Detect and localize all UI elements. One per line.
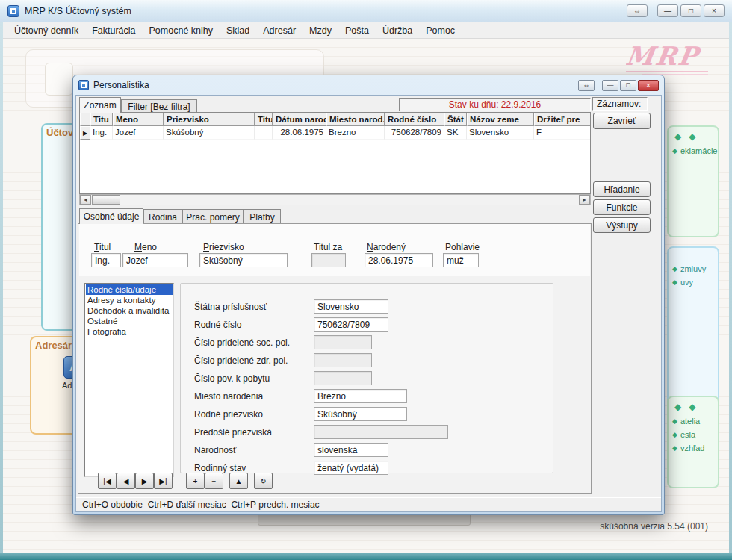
menu-posta[interactable]: Pošta <box>338 23 376 38</box>
category-dochodok[interactable]: Dôchodok a invalidita <box>86 305 173 316</box>
column-header[interactable]: Rodné číslo <box>385 113 444 126</box>
logo-line <box>626 71 708 72</box>
column-header[interactable]: Titu <box>90 113 113 126</box>
titul-input[interactable]: Ing. <box>91 253 121 267</box>
category-adresy-kontakty[interactable]: Adresy a kontakty <box>86 295 173 305</box>
column-header[interactable]: Dátum narod. <box>273 113 326 126</box>
horizontal-scrollbar[interactable]: ◄ ► <box>79 194 591 205</box>
category-fotografia[interactable]: Fotografia <box>86 326 173 337</box>
table-cell: SK <box>444 126 467 140</box>
tab-rodina[interactable]: Rodina <box>143 209 182 224</box>
dialog-detach-button[interactable]: ⇔ <box>578 80 595 91</box>
panel-item[interactable]: ◆atelia <box>669 414 718 427</box>
nav-first-button[interactable]: |◀ <box>98 473 117 489</box>
records-table[interactable]: Titu Meno Priezvisko Titu Dátum narod. M… <box>79 112 591 194</box>
nav-last-button[interactable]: ▶| <box>154 473 173 489</box>
scroll-left-button[interactable]: ◄ <box>80 195 91 205</box>
column-header[interactable]: Názov zeme <box>467 113 534 126</box>
maximize-button[interactable]: □ <box>680 4 701 17</box>
miesto-narodenia-input[interactable]: Brezno <box>314 389 407 403</box>
rodne-cislo-input[interactable]: 750628/7809 <box>314 317 388 332</box>
dialog-title: Personalistika <box>93 80 149 90</box>
column-header[interactable]: Štát <box>444 113 467 126</box>
panel-item[interactable]: ◆eklamácie <box>669 143 718 157</box>
db-navigator: |◀ ◀ ▶ ▶| + − ▲ ↻ <box>98 473 273 489</box>
cislo-soc-label: Číslo pridelené soc. poi. <box>194 337 290 348</box>
category-rodne-cisla[interactable]: Rodné čísla/údaje <box>86 284 173 295</box>
minimize-button[interactable]: — <box>657 4 678 17</box>
dialog-minimize-button[interactable]: — <box>602 80 618 91</box>
scroll-right-button[interactable]: ► <box>579 195 590 205</box>
cislo-soc-input[interactable] <box>314 335 372 349</box>
personalistika-dialog: Personalistika ⇔ — □ × Zoznam Filter [Be… <box>72 75 665 515</box>
diamond-icon: ◆ <box>674 131 681 142</box>
table-cell: Jozef <box>113 126 164 140</box>
cislo-zdr-label: Číslo pridelené zdr. poi. <box>194 355 288 366</box>
column-header[interactable]: Titu <box>255 113 273 126</box>
panel-item[interactable]: ◆vzhľad <box>669 441 718 454</box>
tab-zoznam[interactable]: Zoznam <box>79 97 121 113</box>
detach-window-button[interactable]: ⇔ <box>627 4 648 17</box>
panel-item[interactable]: ◆uvy <box>669 275 718 288</box>
table-cell: Slovensko <box>467 126 534 140</box>
nav-refresh-button[interactable]: ↻ <box>254 473 273 489</box>
menu-udrzba[interactable]: Údržba <box>376 23 419 38</box>
menu-fakturacia[interactable]: Fakturácia <box>85 23 142 38</box>
meno-input[interactable]: Jozef <box>122 253 188 267</box>
funkcie-button[interactable]: Funkcie <box>593 199 651 215</box>
zavriet-button[interactable]: Zavrieť <box>593 113 651 129</box>
narodnost-input[interactable]: slovenská <box>314 443 388 457</box>
menu-mzdy[interactable]: Mzdy <box>303 23 338 38</box>
dialog-close-button[interactable]: × <box>638 80 659 91</box>
column-header[interactable]: Miesto narod. <box>326 113 385 126</box>
dialog-maximize-button[interactable]: □ <box>620 80 636 91</box>
cislo-zdr-input[interactable] <box>314 353 372 367</box>
tab-platby[interactable]: Platby <box>244 209 281 224</box>
close-button[interactable]: × <box>704 4 725 17</box>
app-window: MRP K/S Účtovný systém ⇔ — □ × Účtovný d… <box>0 0 732 560</box>
menu-sklad[interactable]: Sklad <box>220 23 256 38</box>
scrollbar-thumb[interactable] <box>92 195 120 205</box>
tab-filter[interactable]: Filter [Bez filtra] <box>121 99 197 113</box>
table-row[interactable]: ▶ Ing. Jozef Skúšobný 28.06.1975 Brezno … <box>80 126 590 140</box>
nav-insert-button[interactable]: + <box>186 473 205 489</box>
nav-edit-button[interactable]: ▲ <box>229 473 248 489</box>
category-list[interactable]: Rodné čísla/údaje Adresy a kontakty Dôch… <box>84 283 174 477</box>
nav-delete-button[interactable]: − <box>205 473 223 489</box>
column-header[interactable]: Priezvisko <box>164 113 255 126</box>
predosle-priezviska-label: Predošlé priezviská <box>194 427 272 438</box>
vystupy-button[interactable]: Výstupy <box>593 217 651 233</box>
nav-next-button[interactable]: ▶ <box>135 473 154 489</box>
panel-item[interactable]: ◆zmluvy <box>669 261 718 275</box>
narodeny-input[interactable]: 28.06.1975 <box>365 253 433 267</box>
rodinny-stav-input[interactable]: ženatý (vydatá) <box>314 461 388 475</box>
dialog-titlebar[interactable]: Personalistika ⇔ — □ × <box>73 75 664 95</box>
menu-uctovny-dennik[interactable]: Účtovný denník <box>7 23 85 38</box>
menu-pomoc[interactable]: Pomoc <box>419 23 462 38</box>
statna-prislusnost-input[interactable]: Slovensko <box>314 299 388 314</box>
app-icon <box>7 5 19 17</box>
panel-item[interactable]: ◆esla <box>669 427 718 441</box>
column-header[interactable]: Držiteľ pre <box>534 113 591 126</box>
table-cell: 750628/7809 <box>385 126 444 140</box>
right-panel-bottom: ◆◆ ◆atelia ◆esla ◆vzhľad <box>667 396 719 488</box>
predosle-priezviska-input[interactable] <box>314 425 448 439</box>
diamond-icon: ◆ <box>672 431 677 438</box>
priezvisko-input[interactable]: Skúšobný <box>199 253 288 267</box>
table-header-row: Titu Meno Priezvisko Titu Dátum narod. M… <box>80 113 590 126</box>
pohlavie-input[interactable]: muž <box>443 253 479 267</box>
window-titlebar[interactable]: MRP K/S Účtovný systém ⇔ — □ × <box>0 0 732 22</box>
column-header[interactable]: Meno <box>113 113 164 126</box>
menu-adresar[interactable]: Adresár <box>256 23 303 38</box>
panel-item-label: eklamácie <box>680 146 718 155</box>
cislo-pobyt-input[interactable] <box>314 371 372 385</box>
titul-za-input[interactable] <box>311 253 346 267</box>
hladanie-button[interactable]: Hľadanie <box>593 181 651 197</box>
window-frame-bottom <box>0 553 732 560</box>
category-ostatne[interactable]: Ostatné <box>86 316 173 326</box>
menu-pomocne-knihy[interactable]: Pomocné knihy <box>143 23 220 38</box>
tab-osobne-udaje[interactable]: Osobné údaje <box>79 208 143 224</box>
tab-prac-pomery[interactable]: Prac. pomery <box>182 209 244 224</box>
rodne-priezvisko-input[interactable]: Skúšobný <box>314 407 407 421</box>
nav-prior-button[interactable]: ◀ <box>117 473 135 489</box>
